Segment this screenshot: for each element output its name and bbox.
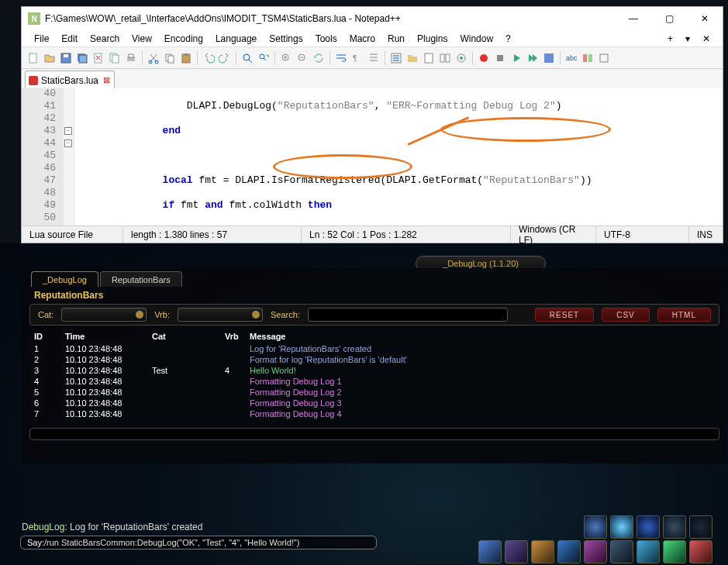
minimize-button[interactable]: —	[616, 7, 651, 30]
col-time[interactable]: Time	[65, 332, 152, 343]
action-slot[interactable]	[478, 540, 502, 563]
csv-button[interactable]: CSV	[602, 308, 650, 322]
sync-icon[interactable]	[312, 51, 326, 65]
col-id[interactable]: ID	[34, 332, 65, 343]
spell-icon[interactable]: abc	[564, 51, 578, 65]
plugin-icon[interactable]	[597, 51, 611, 65]
save-macro-icon[interactable]	[542, 51, 556, 65]
action-slot[interactable]	[557, 540, 581, 563]
doc-map-icon[interactable]	[422, 51, 436, 65]
play-macro-icon[interactable]	[509, 51, 523, 65]
doc-switch-icon[interactable]	[438, 51, 452, 65]
menu-help[interactable]: ?	[499, 32, 517, 46]
stop-record-icon[interactable]	[493, 51, 507, 65]
menu-search[interactable]: Search	[84, 32, 126, 46]
folder-icon[interactable]	[405, 51, 419, 65]
action-slot[interactable]	[637, 540, 660, 563]
action-slot[interactable]	[610, 515, 633, 539]
titlebar[interactable]: N F:\Games\WOW\_retail_\Interface\AddOns…	[22, 7, 723, 30]
reset-button[interactable]: RESET	[535, 308, 594, 322]
col-msg[interactable]: Message	[250, 332, 715, 343]
filter-cat-dropdown[interactable]	[61, 308, 147, 322]
zoom-in-icon[interactable]	[279, 51, 293, 65]
redo-icon[interactable]	[218, 51, 232, 65]
log-row[interactable]: 410.10 23:48:48Formatting Debug Log 1	[34, 377, 715, 388]
close-file-icon[interactable]	[91, 51, 105, 65]
svg-text:¶: ¶	[353, 54, 357, 63]
play-multi-icon[interactable]	[526, 51, 540, 65]
code-area[interactable]: DLAPI.DebugLog("ReputationBars", "ERR~Fo…	[88, 88, 723, 226]
debuglog-scrubber[interactable]	[29, 428, 719, 440]
action-slot[interactable]	[689, 540, 712, 563]
maximize-button[interactable]: ▢	[651, 7, 687, 30]
new-file-icon[interactable]	[26, 51, 40, 65]
status-enc: UTF-8	[595, 226, 688, 243]
save-icon[interactable]	[59, 51, 73, 65]
tab-staticbars[interactable]: StaticBars.lua ⊠	[25, 71, 115, 88]
html-button[interactable]: HTML	[657, 308, 711, 322]
close-all-icon[interactable]	[108, 51, 122, 65]
col-cat[interactable]: Cat	[152, 332, 225, 343]
menu-file[interactable]: File	[28, 32, 55, 46]
debuglog-window: _DebugLog ReputationBars ReputationBars …	[22, 268, 727, 463]
action-slot[interactable]	[663, 515, 686, 539]
wordwrap-icon[interactable]	[334, 51, 348, 65]
log-row[interactable]: 210.10 23:48:48Format for log 'Reputatio…	[34, 355, 715, 366]
menu-x-icon[interactable]: ✕	[696, 32, 716, 46]
log-row[interactable]: 610.10 23:48:48Formatting Debug Log 3	[34, 398, 715, 409]
menu-plugins[interactable]: Plugins	[411, 32, 454, 46]
show-all-icon[interactable]: ¶	[350, 51, 364, 65]
open-file-icon[interactable]	[43, 51, 57, 65]
replace-icon[interactable]	[257, 51, 271, 65]
chat-input[interactable]: Say: /run StaticBarsCommon:DebugLog("OK"…	[20, 536, 377, 549]
save-all-icon[interactable]	[75, 51, 89, 65]
compare-icon[interactable]	[581, 51, 595, 65]
find-icon[interactable]	[240, 51, 254, 65]
menu-plus-icon[interactable]: +	[661, 32, 679, 46]
menu-encoding[interactable]: Encoding	[158, 32, 209, 46]
menu-tools[interactable]: Tools	[309, 32, 343, 46]
menu-dropdown-icon[interactable]: ▾	[679, 32, 696, 46]
action-slot[interactable]	[663, 540, 686, 563]
code-editor[interactable]: 4041424344454647484950 − − DLAPI.DebugLo…	[22, 88, 723, 226]
search-input[interactable]	[308, 308, 508, 322]
menu-window[interactable]: Window	[454, 32, 499, 46]
action-slot[interactable]	[689, 515, 712, 539]
log-row[interactable]: 510.10 23:48:48Formatting Debug Log 2	[34, 388, 715, 398]
action-slot[interactable]	[505, 540, 528, 563]
record-icon[interactable]	[477, 51, 491, 65]
menu-view[interactable]: View	[126, 32, 158, 46]
action-slot[interactable]	[637, 515, 660, 539]
zoom-out-icon[interactable]	[295, 51, 309, 65]
action-slot[interactable]	[531, 540, 554, 563]
action-slot[interactable]	[584, 540, 607, 563]
log-row[interactable]: 310.10 23:48:48Test4Hello World!	[34, 366, 715, 377]
monitor-icon[interactable]	[454, 51, 468, 65]
action-slot[interactable]	[610, 540, 633, 563]
fold-minus-icon[interactable]: −	[64, 127, 72, 135]
menu-settings[interactable]: Settings	[263, 32, 309, 46]
copy-icon[interactable]	[163, 51, 177, 65]
undo-icon[interactable]	[202, 51, 216, 65]
close-button[interactable]: ✕	[687, 7, 723, 30]
menu-macro[interactable]: Macro	[343, 32, 381, 46]
tab-reputationbars[interactable]: ReputationBars	[100, 271, 182, 287]
print-icon[interactable]	[124, 51, 138, 65]
col-vrb[interactable]: Vrb	[225, 332, 250, 343]
tab-debuglog[interactable]: _DebugLog	[31, 271, 98, 287]
cut-icon[interactable]	[147, 51, 160, 65]
paste-icon[interactable]	[179, 51, 193, 65]
fold-minus-icon[interactable]: −	[64, 140, 72, 147]
action-slot[interactable]	[584, 515, 607, 539]
func-list-icon[interactable]	[389, 51, 403, 65]
log-row[interactable]: 110.10 23:48:48Log for 'ReputationBars' …	[34, 344, 715, 355]
menu-language[interactable]: Language	[209, 32, 263, 46]
filter-vrb-dropdown[interactable]	[178, 308, 263, 322]
tab-close-icon[interactable]: ⊠	[102, 76, 111, 85]
menu-run[interactable]: Run	[381, 32, 411, 46]
svg-rect-22	[425, 53, 433, 63]
log-row[interactable]: 710.10 23:48:48Formatting Debug Log 4	[34, 409, 715, 420]
fold-column[interactable]: − −	[64, 88, 74, 226]
indent-guide-icon[interactable]	[367, 51, 381, 65]
menu-edit[interactable]: Edit	[55, 32, 84, 46]
